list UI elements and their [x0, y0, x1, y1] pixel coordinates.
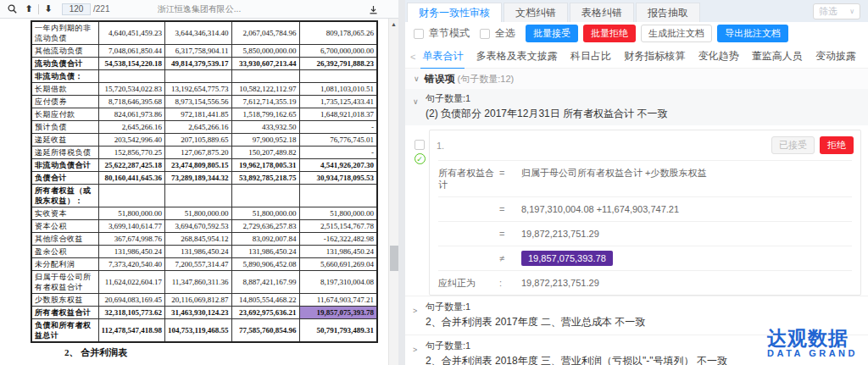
error-group-count: (句子数量:12)	[458, 73, 515, 86]
search-icon[interactable]	[5, 3, 19, 16]
sentence-count-label: 句子数量:1	[426, 340, 860, 352]
subtab-变动披露[interactable]: 变动披露	[814, 44, 858, 69]
equation-generated-rows: =8,197,310,004.08 +11,674,903,747.21=19,…	[438, 196, 852, 270]
row-label: 长期应付款	[31, 108, 98, 121]
scrollbar-thumb[interactable]	[390, 246, 398, 271]
cell-value: 131,986,450.24	[231, 246, 299, 258]
cell-value: 2,067,045,784.96	[231, 21, 299, 45]
cell-value: 51,800,000.00	[98, 207, 165, 220]
filter-select[interactable]: 筛选 ∨	[813, 3, 860, 19]
download-icon[interactable]	[366, 3, 380, 16]
equation-row: =8,197,310,004.08 +11,674,903,747.21	[438, 196, 852, 221]
cell-value	[299, 70, 377, 83]
subtab-单表合计[interactable]: 单表合计	[420, 44, 465, 69]
cell-value: 51,800,000.00	[165, 207, 232, 220]
chapter-mode-checkbox[interactable]	[414, 29, 424, 39]
error-list-item[interactable]: >句子数量:12、合并利润表 2017年度 二、营业总成本 不一致	[405, 296, 868, 335]
row-label: 盈余公积	[31, 246, 98, 258]
row-label: 非流动负债合计	[31, 159, 98, 172]
table-row: 负债和所有者权益总计112,478,547,418.98104,753,119,…	[31, 319, 377, 343]
cell-value: 5,660,691,269.04	[299, 258, 377, 271]
document-scrollbar[interactable]: ▲	[388, 19, 398, 365]
chevron-down-icon[interactable]: ∨	[413, 97, 419, 106]
error-group-header[interactable]: ∨ 错误项 (句子数量:12)	[405, 69, 868, 89]
table-row: 非流动负债：	[31, 70, 377, 83]
correction-colon: :	[499, 277, 521, 288]
cell-value: 23,692,975,636.21	[231, 307, 299, 319]
cell-value: 433,932.50	[231, 121, 299, 134]
error-item-header[interactable]: ∨ 句子数量:1 (2) 负债部分 2017年12月31日 所有者权益合计 不一…	[405, 89, 868, 125]
item-checkbox[interactable]	[415, 140, 425, 150]
export-annotated-doc-button[interactable]: 导出批注文档	[717, 25, 788, 42]
cell-value: 8,197,310,004.08	[299, 271, 377, 294]
subtab-科目占比[interactable]: 科目占比	[569, 44, 613, 69]
row-label: 预计负债	[31, 121, 98, 134]
tab-财务一致性审核[interactable]: 财务一致性审核	[407, 3, 502, 22]
chevron-left-icon[interactable]: <	[410, 52, 415, 62]
page-up-icon[interactable]: ⬆	[22, 3, 36, 16]
row-label: 资本公积	[31, 220, 98, 233]
generate-annotated-doc-button[interactable]: 生成批注文档	[641, 25, 712, 42]
equation-row: 所有者权益合计 = 归属于母公司所有者权益合计 +少数股东权益	[438, 160, 852, 196]
page-down-icon[interactable]: ⬇	[42, 3, 55, 16]
cell-value: 83,092,007.84	[231, 233, 299, 246]
chevron-right-icon[interactable]: >	[413, 307, 417, 315]
equation-operator: =	[499, 203, 521, 214]
table-row: 流动负债合计54,538,154,220.1849,814,379,539.17…	[31, 58, 377, 70]
cell-value: 51,800,000.00	[299, 207, 377, 220]
cell-value: 1,081,103,010.51	[299, 83, 377, 96]
equation-operator: =	[499, 167, 521, 178]
table-row: 少数股东权益20,694,083,169.4520,116,069,812.87…	[31, 294, 377, 307]
row-label: 一年内到期的非流动负债	[31, 21, 98, 45]
page-number-input[interactable]	[62, 3, 91, 15]
scrollbar-up-icon[interactable]: ▲	[389, 19, 398, 29]
accepted-button[interactable]: 已接受	[771, 136, 815, 154]
error-group-title: 错误项	[425, 72, 455, 86]
app-window: ⬆ ⬇ /221 浙江恒逸集团有限公... 一年内到期的非流动负债4,640,4…	[0, 0, 868, 365]
correction-row: 应纠正为 : 19,872,213,751.29	[438, 270, 852, 295]
cell-value: 2,515,154,767.78	[299, 220, 377, 233]
row-label: 长期借款	[31, 83, 98, 96]
row-label: 所有者权益（或股东权益）：	[31, 185, 98, 207]
batch-accept-button[interactable]: 批量接受	[526, 25, 578, 42]
batch-reject-button[interactable]: 批量拒绝	[583, 25, 636, 42]
error-item-description: 2、合并利润表 2017年度 二、营业总成本 不一致	[426, 315, 860, 329]
select-all-checkbox[interactable]	[480, 29, 490, 39]
cell-value: 7,373,420,540.40	[98, 258, 165, 271]
card-header: 1. 已接受 拒绝	[430, 130, 860, 160]
row-label: 未分配利润	[31, 258, 98, 271]
error-item-description: 2、合并利润表 2018年度 三、营业利润（亏损以"-"号填列） 不一致	[426, 354, 860, 365]
row-label: 递延收益	[31, 134, 98, 147]
table-row: 实收资本51,800,000.0051,800,000.0051,800,000…	[31, 207, 377, 220]
table-row: 所有者权益合计32,318,105,773.6231,463,930,124.2…	[31, 307, 377, 319]
chevron-right-icon[interactable]: >	[413, 346, 417, 354]
table-row: 长期借款15,720,534,022.8313,192,654,775.7310…	[31, 83, 377, 96]
chevron-down-icon[interactable]: ∨	[414, 75, 420, 83]
correction-value: 19,872,213,751.29	[521, 277, 599, 289]
cell-value: 131,986,450.24	[98, 246, 165, 258]
tab-表格纠错[interactable]: 表格纠错	[570, 3, 634, 22]
cell-value: 2,645,266.16	[165, 121, 232, 134]
filter-placeholder: 筛选	[819, 5, 837, 18]
subtab-变化趋势[interactable]: 变化趋势	[696, 44, 740, 69]
cell-value: 11,624,022,604.17	[98, 271, 165, 294]
cell-value: 4,541,926,207.30	[299, 159, 377, 172]
subtab-董监高人员[interactable]: 董监高人员	[750, 44, 804, 69]
reject-button[interactable]: 拒绝	[820, 136, 854, 154]
tab-文档纠错[interactable]: 文档纠错	[504, 3, 568, 22]
equation-operator: =	[499, 228, 521, 239]
row-label: 实收资本	[31, 207, 98, 220]
batch-controls: 章节模式 全选 批量接受 批量拒绝 生成批注文档 导出批注文档	[405, 22, 868, 45]
subtab-多表格及表文披露[interactable]: 多表格及表文披露	[475, 44, 559, 69]
cell-value: 131,986,450.24	[165, 246, 232, 258]
cell-value: 7,612,714,355.19	[231, 96, 299, 108]
row-label: 应付债券	[31, 96, 98, 108]
cell-value: 367,674,998.76	[98, 233, 165, 246]
cell-value: 3,694,670,592.53	[165, 220, 232, 233]
cell-value: 268,845,954.12	[165, 233, 232, 246]
document-title: 浙江恒逸集团有限公...	[0, 3, 398, 15]
tab-报告抽取[interactable]: 报告抽取	[636, 3, 700, 22]
subtab-财务指标核算[interactable]: 财务指标核算	[622, 44, 687, 69]
cell-value: 97,900,952.18	[231, 134, 299, 147]
error-list-item[interactable]: >句子数量:12、合并利润表 2018年度 三、营业利润（亏损以"-"号填列） …	[405, 335, 868, 365]
